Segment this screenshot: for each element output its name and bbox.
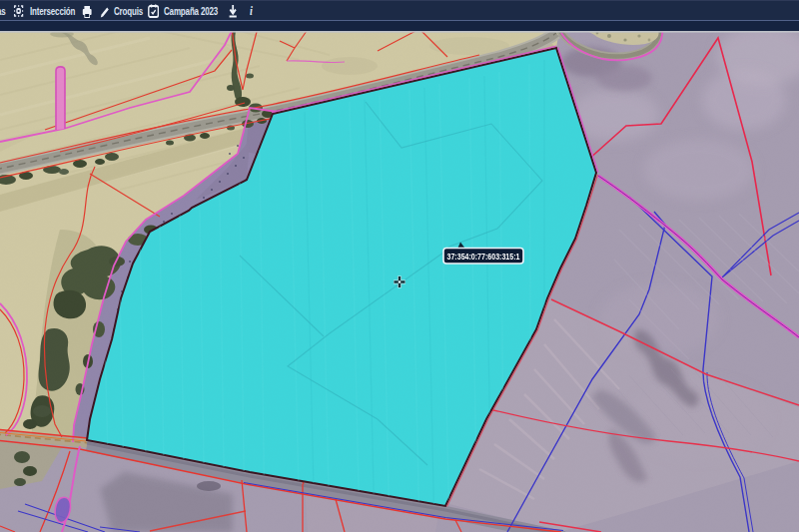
svg-text:37:354:0:77:603:315:1: 37:354:0:77:603:315:1: [447, 252, 520, 262]
